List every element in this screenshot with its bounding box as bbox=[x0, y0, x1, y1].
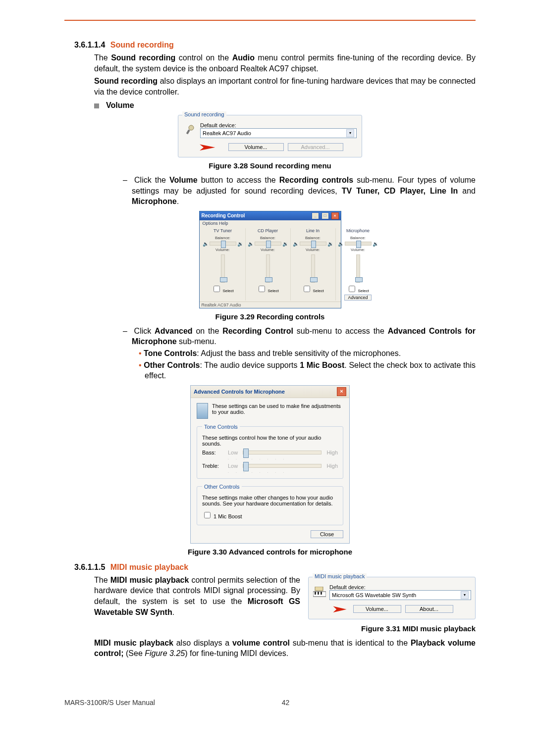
sound-recording-groupbox: Sound recording Default device: Realtek … bbox=[178, 115, 362, 157]
treble-label: Treble: bbox=[202, 463, 223, 469]
balance-label: Balance: bbox=[350, 236, 366, 240]
section-heading-sound-recording: 3.6.1.1.4 Sound recording bbox=[74, 41, 476, 50]
balance-slider[interactable] bbox=[345, 242, 372, 246]
red-arrow-icon: ➤ bbox=[197, 141, 216, 153]
tone-controls-group: Tone Controls These settings control how… bbox=[197, 424, 343, 479]
svg-rect-3 bbox=[315, 592, 316, 595]
other-legend: Other Controls bbox=[202, 484, 242, 490]
treble-high: High bbox=[326, 463, 338, 469]
other-desc: These settings make other changes to how… bbox=[202, 495, 338, 506]
chevron-down-icon[interactable]: ▾ bbox=[346, 129, 354, 137]
balance-slider[interactable] bbox=[255, 242, 281, 246]
channel-name: CD Player bbox=[258, 228, 278, 233]
status-bar: Realtek AC97 Audio bbox=[200, 302, 341, 308]
figure-28-caption: Figure 3.28 Sound recording menu bbox=[64, 161, 476, 170]
speaker-right-icon: 🔉 bbox=[282, 241, 288, 247]
microphone-icon bbox=[183, 123, 197, 137]
select-label: Select bbox=[223, 289, 234, 293]
select-checkbox[interactable] bbox=[304, 286, 310, 292]
device-select-value: Realtek AC97 Audio bbox=[203, 130, 251, 136]
figure-31-caption: Figure 3.31 MIDI music playback bbox=[64, 624, 476, 633]
midi-playback-groupbox: MIDI music playback Default device: Micr… bbox=[308, 577, 476, 619]
svg-point-0 bbox=[189, 125, 194, 130]
recording-control-window: Recording Control _ □ × Options Help TV … bbox=[199, 211, 341, 308]
treble-low: Low bbox=[228, 463, 238, 469]
square-bullet-icon bbox=[94, 103, 99, 108]
speaker-left-icon: 🔈 bbox=[338, 241, 344, 247]
para-sound-recording-1: The Sound recording control on the Audio… bbox=[94, 52, 476, 74]
select-label: Select bbox=[268, 289, 279, 293]
balance-slider[interactable] bbox=[300, 242, 326, 246]
balance-label: Balance: bbox=[305, 236, 321, 240]
svg-rect-6 bbox=[315, 587, 323, 591]
treble-slider bbox=[243, 464, 321, 468]
titlebar: Recording Control _ □ × bbox=[200, 211, 341, 220]
footer-left: MARS-3100R/S User Manual bbox=[64, 699, 155, 706]
section-title: Sound recording bbox=[110, 41, 174, 49]
mixer-icon bbox=[197, 403, 208, 419]
minimize-icon[interactable]: _ bbox=[312, 212, 319, 219]
channel-column: MicrophoneBalance:🔈🔉Volume: SelectAdvanc… bbox=[336, 228, 380, 301]
bullet-advanced-controls: – Click Advanced on the Recording Contro… bbox=[123, 326, 476, 347]
window-title: Advanced Controls for Microphone bbox=[194, 389, 285, 395]
select-checkbox[interactable] bbox=[259, 286, 265, 292]
figure-29-caption: Figure 3.29 Recording controls bbox=[64, 312, 476, 321]
channel-column: Line InBalance:🔈🔉Volume: Select bbox=[291, 228, 336, 301]
advanced-controls-window: Advanced Controls for Microphone × These… bbox=[190, 385, 350, 544]
svg-rect-4 bbox=[318, 592, 319, 595]
footer-page: 42 bbox=[282, 699, 290, 706]
svg-rect-1 bbox=[186, 130, 190, 135]
select-checkbox[interactable] bbox=[214, 286, 220, 292]
volume-label: Volume bbox=[106, 101, 134, 109]
speaker-right-icon: 🔉 bbox=[327, 241, 333, 247]
about-button[interactable]: About... bbox=[405, 605, 453, 613]
balance-label: Balance: bbox=[260, 236, 275, 240]
select-label: Select bbox=[358, 289, 369, 293]
page-footer: MARS-3100R/S User Manual 42 bbox=[64, 699, 476, 706]
mic-boost-checkbox[interactable] bbox=[204, 512, 211, 518]
speaker-left-icon: 🔈 bbox=[203, 241, 209, 247]
speaker-left-icon: 🔈 bbox=[248, 241, 254, 247]
volume-slider[interactable] bbox=[356, 254, 360, 283]
bass-label: Bass: bbox=[202, 450, 223, 455]
speaker-right-icon: 🔉 bbox=[237, 241, 243, 247]
select-checkbox[interactable] bbox=[349, 286, 355, 292]
volume-button[interactable]: Volume... bbox=[353, 605, 401, 613]
bass-low: Low bbox=[228, 450, 238, 455]
select-label: Select bbox=[313, 289, 324, 293]
svg-rect-5 bbox=[321, 592, 322, 595]
volume-slider[interactable] bbox=[266, 254, 270, 283]
volume-slider[interactable] bbox=[221, 254, 225, 283]
figure-30-caption: Figure 3.30 Advanced controls for microp… bbox=[64, 548, 476, 556]
speaker-left-icon: 🔈 bbox=[293, 241, 299, 247]
volume-button[interactable]: Volume... bbox=[228, 143, 284, 151]
groupbox-legend: MIDI music playback bbox=[313, 573, 367, 579]
intro-text: These settings can be used to make fine … bbox=[212, 403, 343, 415]
channel-name: TV Tuner bbox=[214, 228, 232, 233]
menubar[interactable]: Options Help bbox=[200, 220, 341, 226]
close-icon[interactable]: × bbox=[337, 387, 346, 396]
bass-slider bbox=[243, 451, 321, 454]
groupbox-legend: Sound recording bbox=[182, 111, 226, 117]
volume-bullet: Volume bbox=[94, 100, 476, 111]
close-button[interactable]: Close bbox=[311, 530, 343, 538]
advanced-button[interactable]: Advanced bbox=[344, 295, 371, 301]
chevron-down-icon[interactable]: ▾ bbox=[461, 591, 469, 599]
maximize-icon[interactable]: □ bbox=[321, 212, 329, 219]
other-controls-group: Other Controls These settings make other… bbox=[197, 484, 343, 525]
device-select-value: Microsoft GS Wavetable SW Synth bbox=[332, 592, 416, 598]
balance-label: Balance: bbox=[215, 236, 230, 240]
default-device-label: Default device: bbox=[329, 584, 471, 590]
sub-bullet-tone: • Tone Controls: Adjust the bass and tre… bbox=[139, 348, 476, 359]
section-number: 3.6.1.1.5 bbox=[74, 563, 105, 571]
close-icon[interactable]: × bbox=[331, 212, 339, 219]
speaker-right-icon: 🔉 bbox=[373, 241, 378, 247]
volume-slider[interactable] bbox=[311, 254, 315, 283]
balance-slider[interactable] bbox=[210, 242, 236, 246]
device-select[interactable]: Microsoft GS Wavetable SW Synth ▾ bbox=[329, 590, 471, 600]
window-title: Recording Control bbox=[202, 213, 245, 218]
midi-keyboard-icon bbox=[313, 585, 326, 599]
device-select[interactable]: Realtek AC97 Audio ▾ bbox=[200, 128, 357, 138]
mic-boost-label: 1 Mic Boost bbox=[214, 513, 242, 519]
channel-column: TV TunerBalance:🔈🔉Volume: Select bbox=[201, 228, 246, 301]
